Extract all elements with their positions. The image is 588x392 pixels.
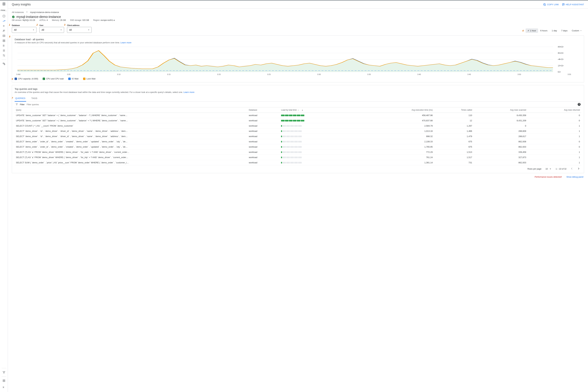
filter-input[interactable]: [26, 103, 576, 106]
col-returned[interactable]: Avg rows returned: [527, 107, 581, 113]
range-custom[interactable]: Custom: [570, 28, 584, 33]
svg-rect-9: [4, 64, 5, 65]
col-load[interactable]: Load by total time: [280, 107, 365, 113]
copy-link-button[interactable]: COPY LINK: [543, 3, 559, 6]
nav-item-operations[interactable]: [0, 48, 8, 53]
svg-point-12: [4, 373, 4, 373]
range-1-day[interactable]: 1 day: [550, 28, 559, 33]
nav-item-configuration[interactable]: [0, 53, 8, 58]
load-chart: 020406080: [15, 46, 581, 73]
filter-database-select[interactable]: All: [12, 27, 37, 33]
tab-queries[interactable]: QUERIES: [15, 95, 26, 102]
svg-point-10: [3, 371, 4, 372]
time-range-picker: 4 1 hour6 hours1 day7 daysCustom: [525, 28, 584, 33]
annotation-1: 1: [9, 24, 10, 26]
svg-text:60: 60: [558, 52, 563, 54]
nav-item-overview[interactable]: [0, 14, 8, 18]
chevron-down-icon: [60, 28, 63, 31]
nav-item-connections[interactable]: [0, 24, 8, 28]
legend-lock[interactable]: ✓Lock Wait: [83, 78, 96, 80]
left-rail: PRIMARY: [0, 1, 8, 392]
annotation-7: 7: [12, 97, 13, 99]
col-exec[interactable]: Avg execution time (ms): [365, 107, 434, 113]
product-label: PRIMARY: [0, 9, 8, 11]
col-query[interactable]: Query: [15, 107, 248, 113]
svg-rect-14: [544, 4, 546, 6]
nav-item-users[interactable]: [0, 28, 8, 33]
svg-rect-4: [3, 40, 5, 40]
status-running-icon: [12, 16, 15, 18]
breadcrumb: All instances mysql-instance-demo-instan…: [12, 11, 584, 14]
nav-item-migration[interactable]: [0, 62, 8, 66]
top-queries-card: Top queries and tags An overview of the …: [12, 85, 584, 173]
svg-text:20: 20: [558, 65, 563, 67]
collapse-rail-icon[interactable]: [0, 385, 8, 390]
database-load-card: 5 Database load - all queries A measure …: [12, 36, 584, 82]
range-6-hours[interactable]: 6 hours: [538, 28, 549, 33]
instance-title: mysql-instance-demo-instance: [17, 15, 61, 19]
marketplace-icon[interactable]: [0, 378, 8, 383]
chevron-right-icon: [26, 11, 28, 14]
help-icon[interactable]: ?: [578, 103, 580, 106]
filter-client-label: Client address: [67, 24, 92, 26]
debug-panel-link[interactable]: Show debug panel: [566, 176, 583, 178]
annotation-5: 5: [9, 35, 10, 38]
table-row[interactable]: SELECT SUM ( `demo_order` . `price` ) AS…: [15, 160, 581, 165]
table-row[interactable]: UPDATE `demo_customer` SET `balance` = (…: [15, 118, 581, 123]
rows-per-page-select[interactable]: 10: [545, 167, 552, 170]
breadcrumb-root[interactable]: All instances: [12, 11, 24, 14]
page-title: Query insights: [12, 3, 31, 6]
filter-icon: [15, 103, 18, 106]
queries-table: Query Database Load by total time Avg ex…: [15, 107, 581, 165]
range-1-hour[interactable]: 1 hour: [525, 28, 538, 33]
top-section-title: Top queries and tags: [15, 88, 581, 90]
chevron-down-icon: [87, 28, 90, 31]
nav-item-databases[interactable]: [0, 33, 8, 38]
help-assistant-button[interactable]: HELP ASSISTANT: [562, 3, 584, 6]
svg-point-7: [4, 56, 5, 56]
next-page-button[interactable]: [577, 167, 580, 171]
col-times[interactable]: Times called: [434, 107, 473, 113]
annotation-3: 3: [64, 24, 65, 26]
learn-more-link[interactable]: Learn more: [184, 91, 194, 94]
legend-capacity[interactable]: ✓CPU capacity: (4.000): [15, 78, 38, 80]
arrow-down-icon: [301, 109, 303, 111]
range-7-days[interactable]: 7 days: [559, 28, 569, 33]
prev-page-button[interactable]: [570, 167, 573, 171]
table-row[interactable]: SELECT `demo_driver` . `id` , `demo_driv…: [15, 134, 581, 139]
load-section-title: Database load - all queries: [15, 38, 581, 41]
legend-io[interactable]: ✓IO Wait: [68, 78, 79, 80]
table-row[interactable]: SELECT `demo_driver` . `id` , `demo_driv…: [15, 128, 581, 134]
table-row[interactable]: SELECT `demo_order` . `order_id` , `demo…: [15, 139, 581, 144]
table-row[interactable]: SELECT COUNT ( * ) AS `__count` FROM `de…: [15, 123, 581, 128]
col-database[interactable]: Database: [248, 107, 280, 113]
filter-user-select[interactable]: All: [40, 27, 64, 33]
table-row[interactable]: SELECT (?) AS `a` FROM `demo_driver` WHE…: [15, 150, 581, 155]
svg-rect-13: [3, 380, 5, 382]
svg-text:40: 40: [558, 58, 563, 60]
annotation-2: 2: [37, 24, 38, 26]
filter-client-select[interactable]: All: [67, 27, 92, 33]
table-row[interactable]: SELECT (?) AS `a` FROM `demo_driver` WHE…: [15, 155, 581, 160]
col-scanned[interactable]: Avg rows scanned: [473, 107, 527, 113]
product-logo[interactable]: [2, 2, 6, 6]
app-bar: Query insights COPY LINK HELP ASSISTANT: [8, 1, 588, 8]
nav-item-distributed[interactable]: [0, 370, 8, 375]
nav-item-replicas[interactable]: [0, 43, 8, 48]
nav-item-insights[interactable]: [0, 18, 8, 24]
annotation-6: 6: [12, 78, 13, 80]
svg-rect-0: [3, 15, 5, 17]
page-range: 1 – 10 of 32: [556, 168, 566, 170]
svg-point-11: [5, 371, 5, 372]
svg-point-1: [3, 30, 4, 31]
svg-rect-5: [3, 41, 5, 42]
table-row[interactable]: SELECT `demo_order` . `order_id` , `demo…: [15, 144, 581, 150]
tab-tags[interactable]: TAGS: [31, 95, 38, 102]
chevron-down-icon: [549, 167, 552, 170]
legend-cpu[interactable]: ✓CPU and CPU wait: [43, 78, 64, 80]
nav-item-backups[interactable]: [0, 38, 8, 43]
learn-more-link[interactable]: Learn more: [121, 41, 131, 44]
svg-point-2: [4, 30, 5, 30]
table-row[interactable]: UPDATE `demo_customer` SET `balance` = (…: [15, 113, 581, 118]
status-warning: Performance issues detected!: [535, 176, 562, 178]
